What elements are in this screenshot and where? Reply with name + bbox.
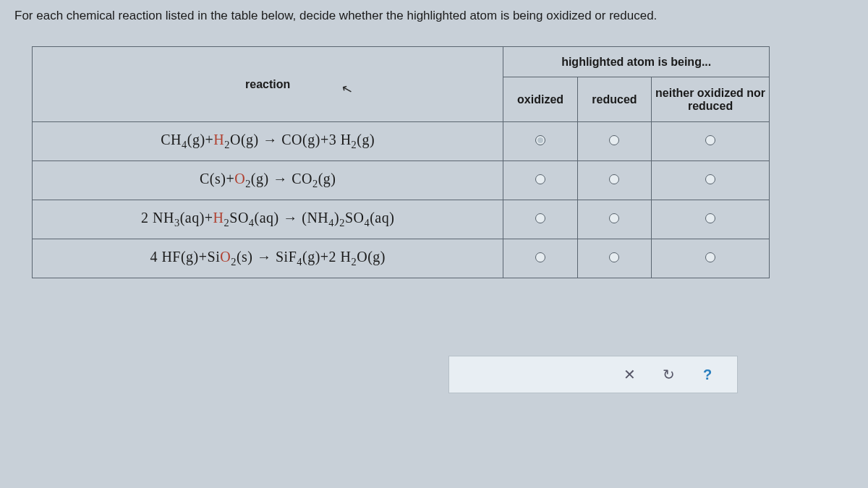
- equation: CH4(g)+H2O(g) → CO(g)+3 H2(g): [161, 132, 375, 147]
- radio-oxidized[interactable]: [535, 252, 545, 262]
- radio-reduced[interactable]: [609, 135, 619, 145]
- header-neither: neither oxidized nor reduced: [652, 77, 770, 122]
- question-prompt: For each chemical reaction listed in the…: [14, 9, 854, 23]
- radio-neither[interactable]: [705, 135, 715, 145]
- footer-toolbar: ✕ ↻ ?: [448, 356, 738, 393]
- table-row: C(s)+O2(g) → CO2(g): [33, 161, 770, 200]
- equation: 2 NH3(aq)+H2SO4(aq) → (NH4)2SO4(aq): [141, 210, 394, 226]
- radio-oxidized[interactable]: [535, 213, 545, 223]
- radio-reduced[interactable]: [609, 252, 619, 262]
- header-group: highlighted atom is being...: [503, 47, 770, 77]
- radio-oxidized[interactable]: [535, 174, 545, 184]
- header-reduced: reduced: [577, 77, 651, 122]
- close-button[interactable]: ✕: [620, 365, 639, 384]
- radio-neither[interactable]: [705, 174, 715, 184]
- radio-oxidized[interactable]: [535, 135, 545, 145]
- reaction-table-wrap: reaction highlighted atom is being... ox…: [32, 46, 770, 278]
- header-reaction: reaction: [33, 47, 503, 122]
- table-row: CH4(g)+H2O(g) → CO(g)+3 H2(g): [33, 122, 770, 161]
- radio-reduced[interactable]: [609, 174, 619, 184]
- equation: 4 HF(g)+SiO2(s) → SiF4(g)+2 H2O(g): [150, 249, 386, 265]
- radio-reduced[interactable]: [609, 213, 619, 223]
- equation: C(s)+O2(g) → CO2(g): [200, 171, 336, 187]
- reset-button[interactable]: ↻: [659, 365, 678, 384]
- table-row: 2 NH3(aq)+H2SO4(aq) → (NH4)2SO4(aq): [33, 200, 770, 239]
- header-oxidized: oxidized: [503, 77, 577, 122]
- reaction-table: reaction highlighted atom is being... ox…: [32, 46, 770, 278]
- radio-neither[interactable]: [705, 213, 715, 223]
- table-row: 4 HF(g)+SiO2(s) → SiF4(g)+2 H2O(g): [33, 239, 770, 278]
- help-button[interactable]: ?: [698, 365, 717, 384]
- radio-neither[interactable]: [705, 252, 715, 262]
